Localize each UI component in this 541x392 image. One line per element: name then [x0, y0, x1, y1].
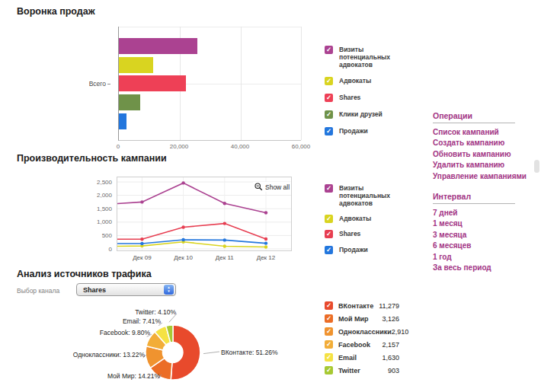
traffic-legend-label: Facebook	[338, 341, 370, 349]
traffic-legend-label: Twitter	[338, 367, 360, 374]
funnel-legend-item-2: Адвокаты	[325, 77, 415, 85]
dashboard: Воронка продаж Всего 020,00040,00060,000…	[0, 0, 541, 392]
funnel-legend-label-1: Визиты потенциальных адвокатов	[339, 46, 415, 69]
interval-header: Интервал	[433, 192, 515, 204]
funnel-legend-checkbox-1[interactable]	[325, 46, 333, 54]
perf-legend-checkbox-4[interactable]	[325, 246, 333, 254]
perf-legend-checkbox-1[interactable]	[325, 184, 333, 193]
perf-line-3	[117, 224, 266, 240]
perf-point	[181, 225, 184, 228]
interval-link-5[interactable]: 1 год	[433, 252, 515, 263]
perf-line-1	[117, 183, 266, 212]
perf-legend-label-1: Визиты потенциальных адвокатов	[339, 184, 415, 207]
perf-legend-item-1: Визиты потенциальных адвокатов	[325, 184, 415, 207]
traffic-legend-label: Email	[338, 354, 357, 362]
traffic-legend-row-1: ВКонтакте11,279	[325, 301, 399, 310]
funnel-legend-checkbox-5[interactable]	[325, 127, 333, 135]
pie-label-5: Email: 7.41%	[92, 317, 161, 325]
perf-point	[140, 242, 143, 245]
perf-line-2	[117, 242, 266, 247]
pie-label-2: Мой Мир: 14.21%	[91, 372, 160, 380]
funnel-x-axis: 020,00040,00060,000	[118, 143, 301, 152]
traffic-legend-value: 3,126	[382, 315, 399, 323]
operations-link-3[interactable]: Обновить кампанию	[433, 149, 515, 160]
traffic-legend-label: ВКонтакте	[338, 302, 373, 310]
interval-link-1[interactable]: 7 дней	[433, 208, 515, 218]
traffic-legend-row-3: Одноклассники2,910	[325, 327, 399, 336]
funnel-legend: Визиты потенциальных адвокатовАдвокатыSh…	[325, 46, 415, 144]
perf-y-tick: 0	[78, 246, 112, 253]
interval-links: 7 дней1 месяц3 месяца6 месяцев1 годЗа ве…	[433, 208, 515, 273]
funnel-bar-1	[119, 38, 197, 54]
funnel-legend-item-1: Визиты потенциальных адвокатов	[325, 46, 415, 69]
operations-link-5[interactable]: Управление кампаниями	[433, 171, 515, 182]
performance-legend: Визиты потенциальных адвокатовАдвокатыSh…	[325, 184, 415, 261]
perf-x-label: Дек 12	[257, 254, 276, 261]
traffic-legend-checkbox-6[interactable]	[325, 366, 333, 374]
perf-legend-checkbox-3[interactable]	[325, 230, 333, 238]
perf-legend-label-4: Продажи	[339, 246, 368, 253]
traffic-legend-value: 903	[388, 367, 399, 374]
sidebar: Операции Список кампанийСоздать кампанию…	[433, 111, 515, 273]
perf-point	[223, 238, 226, 241]
funnel-x-tick: 40,000	[231, 143, 249, 150]
traffic-legend-table: ВКонтакте11,279Мой Мир3,126Одноклассники…	[325, 301, 399, 379]
funnel-x-tick: 60,000	[292, 143, 310, 150]
traffic-legend-checkbox-3[interactable]	[325, 327, 333, 336]
show-all-button[interactable]: Show all	[253, 182, 291, 192]
perf-point	[223, 221, 226, 225]
funnel-gridline	[301, 27, 302, 140]
funnel-legend-label-3: Shares	[339, 94, 360, 101]
perf-y-tick: 1,000	[78, 218, 112, 225]
funnel-legend-item-5: Продажи	[325, 127, 415, 135]
funnel-title: Воронка продаж	[17, 6, 95, 17]
funnel-legend-checkbox-4[interactable]	[325, 110, 333, 119]
perf-legend-item-4: Продажи	[325, 246, 415, 254]
funnel-legend-checkbox-3[interactable]	[325, 94, 333, 102]
perf-legend-item-2: Адвокаты	[325, 215, 415, 223]
pie-label-4: Facebook: 9.80%	[82, 329, 150, 336]
traffic-legend-checkbox-2[interactable]	[325, 314, 333, 323]
traffic-legend-value: 1,630	[382, 354, 399, 362]
perf-point	[264, 237, 267, 241]
perf-x-label: Дек 09	[133, 254, 152, 261]
perf-y-tick: 2,000	[78, 192, 112, 199]
perf-point	[140, 200, 143, 203]
traffic-legend-checkbox-1[interactable]	[325, 301, 333, 310]
channel-select[interactable]: Shares ▲▼	[76, 283, 176, 296]
interval-link-4[interactable]: 6 месяцев	[433, 241, 515, 251]
operations-links: Список кампанийСоздать кампаниюОбновить …	[433, 127, 515, 182]
perf-point	[223, 244, 226, 247]
traffic-legend-value: 2,157	[382, 341, 399, 349]
pie-label-1: ВКонтакте: 51.26%	[221, 349, 277, 356]
perf-x-label: Дек 11	[216, 254, 234, 261]
funnel-chart	[118, 27, 301, 141]
channel-select-label: Выбор канала	[17, 287, 59, 295]
zoom-out-icon	[254, 183, 263, 191]
funnel-legend-item-4: Клики друзей	[325, 110, 415, 119]
operations-link-4[interactable]: Удалить кампанию	[433, 160, 515, 171]
traffic-legend-value: 11,279	[379, 302, 399, 310]
interval-link-3[interactable]: 3 месяца	[433, 230, 515, 241]
operations-link-1[interactable]: Список кампаний	[433, 127, 515, 138]
perf-point	[223, 202, 226, 205]
operations-header: Операции	[433, 111, 515, 123]
operations-link-2[interactable]: Создать кампанию	[433, 138, 515, 148]
funnel-bar-4	[119, 94, 140, 110]
pie-slice-1	[171, 325, 200, 380]
perf-y-tick: 1,500	[78, 206, 112, 212]
interval-link-6[interactable]: За весь период	[433, 263, 515, 273]
funnel-legend-checkbox-2[interactable]	[325, 77, 333, 85]
traffic-legend-value: 2,910	[392, 328, 409, 336]
funnel-gridline	[119, 27, 301, 27]
interval-link-2[interactable]: 1 месяц	[433, 218, 515, 229]
funnel-row-label: Всего	[71, 80, 110, 88]
scrollbar-thumb[interactable]	[534, 160, 539, 173]
pie-label-3: Одноклассники: 13.22%	[72, 351, 145, 359]
traffic-legend-checkbox-4[interactable]	[325, 340, 333, 349]
funnel-legend-item-3: Shares	[325, 94, 415, 102]
operations-section: Операции Список кампанийСоздать кампанию…	[433, 111, 515, 182]
traffic-legend-checkbox-5[interactable]	[325, 353, 333, 362]
interval-section: Интервал 7 дней1 месяц3 месяца6 месяцев1…	[433, 192, 515, 273]
perf-legend-checkbox-2[interactable]	[325, 215, 333, 223]
